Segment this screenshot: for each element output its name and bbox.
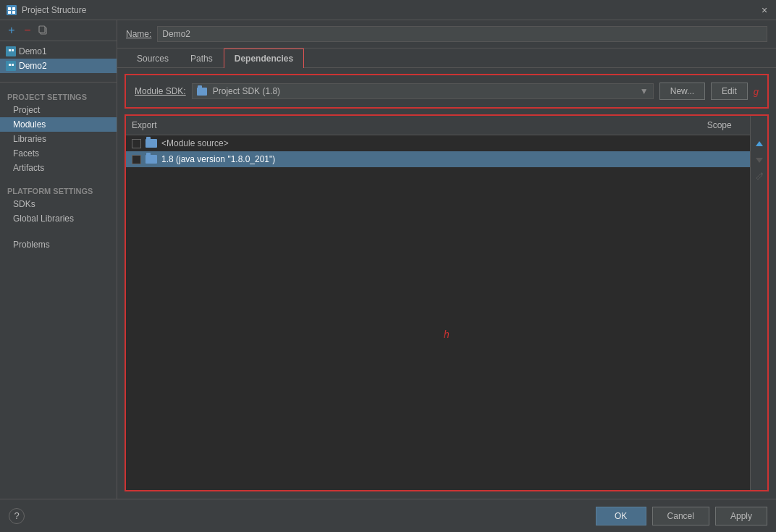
project-settings-label: PROJECT SETTINGS	[0, 88, 117, 103]
module-toolbar: + −	[0, 20, 117, 41]
svg-marker-13	[756, 141, 763, 146]
help-button[interactable]: ?	[9, 508, 25, 524]
sidebar-label-project: Project	[13, 105, 40, 115]
svg-marker-14	[756, 158, 763, 163]
svg-rect-6	[39, 26, 45, 33]
deps-checkbox-jdk[interactable]	[132, 155, 141, 164]
deps-row-jdk[interactable]: 1.8 (java version "1.8.0_201")	[126, 151, 767, 167]
close-button[interactable]: ×	[759, 4, 770, 16]
tab-sources[interactable]: Sources	[126, 48, 180, 68]
module-source-folder-icon	[146, 139, 157, 148]
tab-paths[interactable]: Paths	[180, 48, 224, 68]
sdk-row: Module SDK: Project SDK (1.8) ▼ New... E…	[125, 74, 769, 109]
svg-rect-9	[12, 49, 14, 51]
module-list: Demo1 Demo2	[0, 41, 117, 76]
annotation-g: g	[754, 86, 759, 97]
add-module-button[interactable]: +	[4, 23, 19, 38]
deps-export-header: Export	[132, 120, 707, 130]
sdk-new-button[interactable]: New...	[659, 83, 705, 100]
sidebar-item-libraries[interactable]: Libraries	[0, 132, 117, 146]
deps-header: Export Scope +	[126, 116, 767, 135]
sdk-edit-button[interactable]: Edit	[711, 83, 748, 100]
jdk-folder-icon	[146, 155, 157, 164]
sidebar-item-modules[interactable]: Modules	[0, 117, 117, 132]
sidebar-label-global-libraries: Global Libraries	[13, 214, 74, 224]
svg-rect-2	[12, 7, 15, 10]
title-bar: Project Structure ×	[0, 0, 776, 20]
module-name-active: Demo2	[19, 61, 47, 71]
deps-move-down-button[interactable]	[753, 153, 766, 166]
sdk-dropdown-arrow: ▼	[640, 86, 649, 96]
module-name: Demo1	[19, 46, 47, 56]
deps-edit-button[interactable]	[753, 169, 766, 182]
sidebar: PROJECT SETTINGS Project Modules Librari…	[0, 82, 117, 252]
svg-rect-1	[8, 7, 11, 10]
svg-rect-8	[9, 49, 11, 51]
svg-rect-11	[9, 64, 11, 66]
sidebar-item-project[interactable]: Project	[0, 103, 117, 117]
deps-label-jdk: 1.8 (java version "1.8.0_201")	[161, 154, 275, 164]
content-area: Name: Sources Paths Dependencies Module …	[117, 20, 776, 499]
ok-button[interactable]: OK	[596, 507, 646, 525]
svg-rect-0	[7, 5, 17, 15]
footer-right: OK Cancel Apply	[596, 507, 767, 525]
tab-dependencies[interactable]: Dependencies	[224, 48, 304, 68]
deps-sidebar-buttons	[750, 116, 767, 490]
platform-settings-label: PLATFORM SETTINGS	[0, 182, 117, 197]
module-list-item-active[interactable]: Demo2	[0, 59, 117, 73]
name-label: Name:	[126, 29, 151, 39]
footer-left: ?	[9, 508, 25, 524]
sidebar-label-artifacts: Artifacts	[13, 163, 44, 173]
svg-rect-4	[12, 11, 15, 14]
name-input[interactable]	[157, 26, 767, 42]
title-bar-title: Project Structure	[22, 5, 754, 15]
svg-rect-12	[12, 64, 14, 66]
sidebar-item-global-libraries[interactable]: Global Libraries	[0, 211, 117, 226]
module-list-item[interactable]: Demo1	[0, 44, 117, 59]
dependencies-container: Export Scope + <Module source> 1.8 (java…	[125, 114, 769, 491]
sidebar-label-libraries: Libraries	[13, 134, 46, 144]
module-icon-active	[6, 61, 16, 71]
deps-checkbox-module-source[interactable]	[132, 139, 141, 148]
deps-row-module-source[interactable]: <Module source>	[126, 135, 767, 151]
tabs-row: Sources Paths Dependencies	[117, 48, 776, 68]
title-bar-icon	[6, 4, 17, 16]
svg-rect-3	[8, 11, 11, 14]
sdk-select[interactable]: Project SDK (1.8) ▼	[192, 83, 654, 99]
sdk-folder-icon	[197, 88, 207, 96]
sidebar-label-modules: Modules	[13, 119, 46, 130]
sidebar-label-sdks: SDKs	[13, 199, 35, 209]
cancel-button[interactable]: Cancel	[652, 507, 709, 525]
remove-module-button[interactable]: −	[20, 23, 35, 38]
copy-module-button[interactable]	[36, 23, 51, 38]
deps-label-module-source: <Module source>	[161, 138, 229, 148]
sidebar-item-artifacts[interactable]: Artifacts	[0, 161, 117, 175]
sidebar-label-problems: Problems	[13, 240, 50, 250]
sidebar-item-sdks[interactable]: SDKs	[0, 197, 117, 211]
sidebar-item-problems[interactable]: Problems	[0, 237, 117, 252]
footer: ? OK Cancel Apply	[0, 499, 776, 532]
sidebar-label-facets: Facets	[13, 148, 39, 159]
deps-list: <Module source> 1.8 (java version "1.8.0…	[126, 135, 767, 490]
left-panel: + − Demo1	[0, 20, 117, 499]
sdk-label: Module SDK:	[135, 86, 186, 96]
apply-button[interactable]: Apply	[715, 507, 767, 525]
deps-move-up-button[interactable]	[753, 138, 766, 151]
deps-scope-header: Scope	[707, 120, 732, 130]
sidebar-item-facets[interactable]: Facets	[0, 146, 117, 161]
module-icon	[6, 46, 16, 56]
sdk-value: Project SDK (1.8)	[213, 86, 280, 96]
name-row: Name:	[117, 20, 776, 48]
